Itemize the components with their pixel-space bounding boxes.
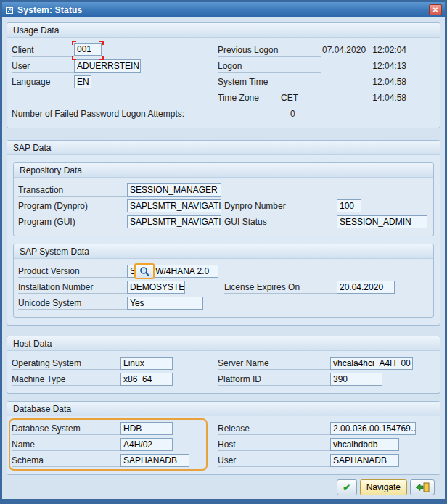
gui-status-field[interactable]: SESSION_ADMIN [337,215,427,228]
navigate-button-label: Navigate [366,482,401,492]
program-gui-field[interactable]: SAPLSMTR_NAVIGATI… [127,215,221,228]
schema-field[interactable]: SAPHANADB [120,454,189,467]
product-details-button[interactable] [134,263,155,279]
language-field[interactable]: EN [74,75,91,88]
platform-id-label: Platform ID [218,373,330,386]
unicode-system-field[interactable]: Yes [127,297,203,310]
database-data-title: Database Data [7,402,440,416]
product-version-label: Product Version [18,265,127,278]
db-row-schema: Schema SAPHANADB User SAPHANADB [12,453,435,468]
previous-logon-label: Previous Logon [218,44,321,57]
license-expires-label: License Expires On [224,281,337,294]
cursor-focus-marks: 001 [74,43,102,58]
repo-row-program-gui: Program (GUI) SAPLSMTR_NAVIGATI… GUI Sta… [18,214,429,230]
program-dynpro-label: Program (Dynpro) [18,200,127,212]
sap-system-data-section: SAP System Data Product Version SAP BW/4… [13,244,434,318]
repo-row-program-dynpro: Program (Dynpro) SAPLSMTR_NAVIGATI… Dynp… [18,198,429,214]
time-zone-label: Time Zone [218,92,279,104]
db-user-field[interactable]: SAPHANADB [330,454,399,467]
repo-row-transaction: Transaction SESSION_MANAGER [18,182,429,198]
previous-logon-time: 12:02:04 [367,45,408,55]
program-dynpro-field[interactable]: SAPLSMTR_NAVIGATI… [127,199,221,212]
transaction-field[interactable]: SESSION_MANAGER [127,183,221,197]
db-row-name: Name A4H/02 Host vhcalhdbdb [12,437,435,453]
operating-system-label: Operating System [12,358,120,370]
user-field[interactable]: ADUERRSTEIN [74,59,141,73]
release-label: Release [218,423,330,435]
time-zone-value: CET [279,93,367,103]
transaction-label: Transaction [18,184,127,197]
system-time-label: System Time [218,76,321,88]
db-row-system: Database System HDB Release 2.00.036.00.… [12,421,435,437]
magnifier-icon [139,266,150,277]
unicode-system-label: Unicode System [18,297,127,310]
dialog-icon [5,6,14,15]
host-data-title: Host Data [7,336,440,351]
database-system-label: Database System [12,423,120,435]
host-row-machine: Machine Type x86_64 Platform ID 390 [12,371,435,387]
host-row-os: Operating System Linux Server Name vhcal… [12,355,435,371]
license-expires-field[interactable]: 20.04.2020 [337,281,395,294]
usage-row-timezone: Time Zone CET 14:04:58 [12,90,435,106]
titlebar: System: Status ✕ [2,2,445,17]
continue-button[interactable]: ✔ [337,479,357,495]
time-zone-time: 14:04:58 [367,93,408,103]
db-user-label: User [218,455,330,467]
server-name-label: Server Name [218,358,330,370]
logon-time: 12:04:13 [367,61,408,71]
usage-data-title: Usage Data [7,23,440,38]
system-time-value: 12:04:58 [367,77,408,87]
program-gui-label: Program (GUI) [18,216,127,228]
sap-data-title: SAP Data [7,141,440,155]
database-data-section: Database Data Database System HDB Releas… [7,401,440,475]
system-row-installation: Installation Number DEMOSYSTEM License E… [18,279,429,295]
platform-id-field[interactable]: 390 [330,373,382,386]
sap-data-section: SAP Data Repository Data Transaction SES… [7,140,440,326]
schema-label: Schema [12,455,120,467]
navigate-button[interactable]: Navigate [360,479,407,495]
client-field[interactable]: 001 [74,43,102,56]
logon-label: Logon [218,60,321,73]
sap-system-data-title: SAP System Data [14,244,433,259]
db-host-field[interactable]: vhcalhdbdb [330,438,399,451]
failed-attempts-label: Number of Failed Password Logon Attempts… [12,108,282,120]
repository-data-section: Repository Data Transaction SESSION_MANA… [13,162,434,236]
db-name-field[interactable]: A4H/02 [120,438,173,451]
client-label: Client [12,44,74,57]
system-status-window: System: Status ✕ Usage Data Client 001 P… [0,0,447,504]
machine-type-field[interactable]: x86_64 [120,373,173,386]
installation-number-field[interactable]: DEMOSYSTEM [127,281,185,294]
database-system-field[interactable]: HDB [120,422,173,435]
check-icon: ✔ [343,482,350,493]
gui-status-label: GUI Status [224,216,337,228]
dialog-body: Usage Data Client 001 Previous Logon 07.… [2,17,445,499]
exit-button[interactable] [410,479,435,495]
user-label: User [12,60,74,73]
exit-door-icon [415,482,430,492]
server-name-field[interactable]: vhcala4hci_A4H_00 [330,357,413,370]
system-row-unicode: Unicode System Yes [18,295,429,311]
previous-logon-date: 07.04.2020 [321,45,367,55]
system-row-product-version: Product Version SAP BW/4HANA 2.0 [18,263,429,279]
release-field[interactable]: 2.00.036.00.154769… [330,422,416,435]
window-title: System: Status [17,5,425,15]
usage-row-language: Language EN System Time 12:04:58 [12,74,435,90]
host-data-section: Host Data Operating System Linux Server … [7,336,440,394]
dynpro-number-field[interactable]: 100 [337,199,361,212]
installation-number-label: Installation Number [18,281,127,294]
usage-row-user: User ADUERRSTEIN Logon 12:04:13 [12,58,435,74]
machine-type-label: Machine Type [12,373,120,386]
usage-data-section: Usage Data Client 001 Previous Logon 07.… [7,22,440,128]
db-name-label: Name [12,439,120,451]
close-button[interactable]: ✕ [429,4,442,15]
usage-row-client: Client 001 Previous Logon 07.04.2020 12:… [12,42,435,58]
repository-data-title: Repository Data [14,163,433,178]
language-label: Language [12,76,74,88]
operating-system-field[interactable]: Linux [120,357,173,370]
footer-toolbar: ✔ Navigate [7,476,440,499]
usage-row-failed-attempts: Number of Failed Password Logon Attempts… [12,106,435,122]
dynpro-number-label: Dynpro Number [224,200,337,212]
failed-attempts-value: 0 [289,109,297,119]
window-bottom-frame [2,499,445,502]
db-host-label: Host [218,439,330,451]
